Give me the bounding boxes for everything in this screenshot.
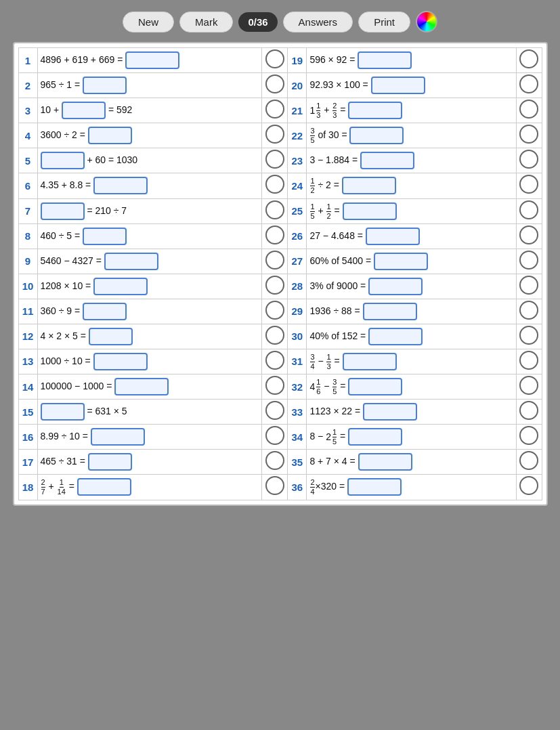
answer-input[interactable] <box>93 353 148 370</box>
check-circle[interactable] <box>262 299 288 324</box>
check-circle[interactable] <box>516 48 542 73</box>
problem-text: 8.99 ÷ 10 = <box>37 425 262 450</box>
answer-input[interactable] <box>374 253 428 270</box>
answer-input[interactable] <box>114 378 169 395</box>
check-circle[interactable] <box>262 249 288 274</box>
problem-number: 21 <box>288 98 307 123</box>
answers-button[interactable]: Answers <box>283 12 353 33</box>
answer-input[interactable] <box>104 253 158 270</box>
check-circle[interactable] <box>516 274 542 299</box>
problem-number: 13 <box>18 349 37 374</box>
answer-input[interactable] <box>358 51 412 69</box>
answer-input[interactable] <box>83 303 127 320</box>
answer-input[interactable] <box>89 328 133 345</box>
answer-input[interactable] <box>91 428 145 446</box>
check-circle[interactable] <box>516 123 542 148</box>
check-circle[interactable] <box>262 223 288 249</box>
table-row: 18 27 + 114 = 36 24×320 = <box>18 475 542 500</box>
check-circle[interactable] <box>262 173 288 198</box>
answer-input[interactable] <box>358 453 412 471</box>
check-circle[interactable] <box>262 374 288 399</box>
check-circle[interactable] <box>516 98 542 123</box>
check-circle[interactable] <box>262 425 288 450</box>
problem-text: 1123 × 22 = <box>307 400 516 425</box>
answer-input[interactable] <box>88 127 132 144</box>
problem-text: 8 − 215 = <box>307 425 516 450</box>
problem-text: 35 of 30 = <box>307 123 516 148</box>
check-circle[interactable] <box>516 198 542 223</box>
check-circle[interactable] <box>516 299 542 324</box>
problem-number: 18 <box>18 475 37 500</box>
check-circle[interactable] <box>516 73 542 98</box>
check-circle[interactable] <box>262 349 288 374</box>
new-button[interactable]: New <box>123 12 174 33</box>
table-row: 6 4.35 + 8.8 = 24 12 ÷ 2 = <box>18 173 542 198</box>
check-circle[interactable] <box>516 400 542 425</box>
answer-input[interactable] <box>348 428 402 446</box>
problem-number: 5 <box>18 148 37 173</box>
answer-input[interactable] <box>363 403 417 421</box>
color-wheel-icon[interactable] <box>416 11 437 33</box>
check-circle[interactable] <box>516 374 542 399</box>
table-row: 13 1000 ÷ 10 = 31 34 − 13 = <box>18 349 542 374</box>
check-circle[interactable] <box>262 324 288 349</box>
problem-number: 23 <box>288 148 307 173</box>
check-circle[interactable] <box>262 400 288 425</box>
problem-number: 19 <box>288 48 307 73</box>
problem-number: 8 <box>18 223 37 249</box>
answer-input[interactable] <box>366 228 420 245</box>
answer-input[interactable] <box>77 478 131 496</box>
problem-number: 9 <box>18 249 37 274</box>
check-circle[interactable] <box>516 324 542 349</box>
table-row: 8 460 ÷ 5 = 26 27 − 4.648 = <box>18 223 542 249</box>
check-circle[interactable] <box>516 475 542 500</box>
problem-number: 25 <box>288 198 307 223</box>
answer-input[interactable] <box>342 177 396 194</box>
answer-input[interactable] <box>93 177 148 194</box>
answer-input[interactable] <box>41 152 85 169</box>
check-circle[interactable] <box>262 123 288 148</box>
answer-input[interactable] <box>348 102 402 119</box>
problem-text: 360 ÷ 9 = <box>37 299 262 324</box>
answer-input[interactable] <box>125 51 179 69</box>
answer-input[interactable] <box>83 228 127 245</box>
check-circle[interactable] <box>262 198 288 223</box>
check-circle[interactable] <box>516 349 542 374</box>
answer-input[interactable] <box>363 303 417 320</box>
print-button[interactable]: Print <box>358 12 410 33</box>
check-circle[interactable] <box>516 425 542 450</box>
check-circle[interactable] <box>516 450 542 475</box>
check-circle[interactable] <box>262 274 288 299</box>
answer-input[interactable] <box>88 453 132 471</box>
mark-button[interactable]: Mark <box>179 12 233 33</box>
answer-input[interactable] <box>348 378 402 395</box>
answer-input[interactable] <box>41 403 85 421</box>
answer-input[interactable] <box>83 77 127 94</box>
answer-input[interactable] <box>347 478 402 496</box>
check-circle[interactable] <box>516 173 542 198</box>
answer-input[interactable] <box>371 77 425 94</box>
table-row: 14 100000 − 1000 = 32 416 − 35 = <box>18 374 542 399</box>
answer-input[interactable] <box>343 353 397 370</box>
check-circle[interactable] <box>262 475 288 500</box>
problem-text: 1208 × 10 = <box>37 274 262 299</box>
problem-number: 30 <box>288 324 307 349</box>
answer-input[interactable] <box>41 202 85 220</box>
score-badge: 0/36 <box>238 12 277 32</box>
answer-input[interactable] <box>360 152 414 169</box>
check-circle[interactable] <box>262 48 288 73</box>
answer-input[interactable] <box>368 328 423 345</box>
check-circle[interactable] <box>516 249 542 274</box>
answer-input[interactable] <box>62 102 106 119</box>
check-circle[interactable] <box>516 223 542 249</box>
check-circle[interactable] <box>262 73 288 98</box>
check-circle[interactable] <box>262 98 288 123</box>
answer-input[interactable] <box>349 127 404 144</box>
check-circle[interactable] <box>516 148 542 173</box>
answer-input[interactable] <box>368 278 423 295</box>
answer-input[interactable] <box>93 278 148 295</box>
check-circle[interactable] <box>262 148 288 173</box>
problem-text: 113 + 23 = <box>307 98 516 123</box>
check-circle[interactable] <box>262 450 288 475</box>
answer-input[interactable] <box>343 202 397 220</box>
